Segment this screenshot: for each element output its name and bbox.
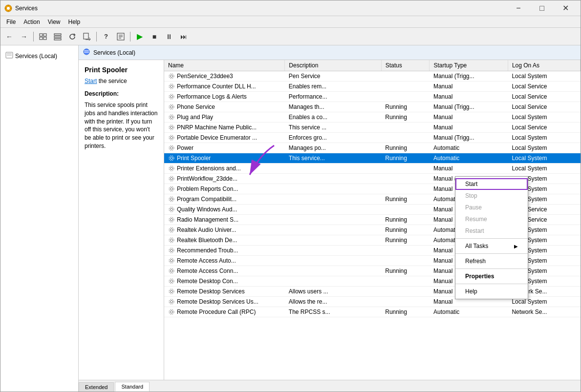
table-row[interactable]: Printer Extensions and... Manual Local S… xyxy=(164,164,581,174)
cell-desc xyxy=(285,215,381,225)
menu-action[interactable]: Action xyxy=(20,18,43,26)
table-row[interactable]: Power Manages po... Running Automatic Lo… xyxy=(164,143,581,153)
toolbar-help[interactable]: ? xyxy=(99,30,113,43)
menu-bar: File Action View Help xyxy=(0,16,581,28)
cell-name: Recommended Troub... xyxy=(164,246,285,256)
toolbar-refresh[interactable] xyxy=(65,30,79,43)
maximize-button[interactable]: □ xyxy=(531,1,553,16)
cell-desc xyxy=(285,184,381,194)
toolbar-sep1 xyxy=(33,32,34,41)
toolbar-up[interactable] xyxy=(36,30,50,43)
svg-point-61 xyxy=(171,260,173,262)
toolbar-list[interactable] xyxy=(51,30,65,43)
col-header-logon[interactable]: Log On As xyxy=(508,60,580,71)
context-menu-pause: Pause xyxy=(455,202,528,213)
cell-status xyxy=(381,287,430,297)
svg-point-34 xyxy=(169,115,174,120)
start-service-link[interactable]: Start xyxy=(85,78,97,84)
svg-rect-6 xyxy=(40,34,43,36)
cell-name: Performance Logs & Alerts xyxy=(164,92,285,102)
services-list-panel[interactable]: Name Description Status Startup Type Log… xyxy=(164,60,581,380)
col-header-desc[interactable]: Description xyxy=(285,60,381,71)
menu-view[interactable]: View xyxy=(44,18,65,26)
cell-name: Plug and Play xyxy=(164,112,285,123)
cell-name: Phone Service xyxy=(164,102,285,112)
menu-help[interactable]: Help xyxy=(65,18,85,26)
cell-desc xyxy=(285,205,381,215)
svg-point-46 xyxy=(169,176,174,181)
toolbar-stop[interactable]: ■ xyxy=(148,30,161,43)
services-local-icon xyxy=(5,51,13,61)
context-menu-refresh[interactable]: Refresh xyxy=(455,255,528,267)
service-title: Print Spooler xyxy=(85,66,158,74)
cell-desc: Allows users ... xyxy=(285,287,381,297)
cell-name: Printer Extensions and... xyxy=(164,164,285,174)
cell-name: Realtek Bluetooth De... xyxy=(164,235,285,246)
tab-standard[interactable]: Standard xyxy=(115,382,150,392)
context-menu-help[interactable]: Help xyxy=(455,286,528,297)
cell-status: Running xyxy=(381,194,430,205)
table-row[interactable]: Performance Logs & Alerts Performance...… xyxy=(164,92,581,102)
svg-point-32 xyxy=(169,104,174,109)
cell-desc xyxy=(285,174,381,184)
cell-startup: Manual (Trigg... xyxy=(430,102,508,112)
table-row[interactable]: PenService_23ddee3 Pen Service Manual (T… xyxy=(164,71,581,82)
table-row[interactable]: Plug and Play Enables a co... Running Ma… xyxy=(164,112,581,123)
close-button[interactable]: ✕ xyxy=(554,1,577,16)
context-menu-all-tasks[interactable]: All Tasks ▶ xyxy=(455,240,528,252)
cell-status xyxy=(381,92,430,102)
cell-status xyxy=(381,164,430,174)
cell-status xyxy=(381,184,430,194)
cell-startup: Automatic xyxy=(430,153,508,164)
svg-point-67 xyxy=(171,290,173,293)
toolbar-play[interactable]: ▶ xyxy=(133,30,147,43)
left-info-panel: Print Spooler Start the service Descript… xyxy=(79,60,164,380)
minimize-button[interactable]: − xyxy=(507,1,530,16)
title-bar-left: Services xyxy=(4,4,38,12)
sidebar-item-services-local[interactable]: Services (Local) xyxy=(2,49,76,62)
toolbar-export[interactable] xyxy=(80,30,94,43)
table-row[interactable]: Portable Device Enumerator ... Enforces … xyxy=(164,133,581,143)
toolbar-step[interactable]: ⏭ xyxy=(177,30,191,43)
svg-point-68 xyxy=(169,289,174,294)
cell-desc: Manages po... xyxy=(285,143,381,153)
svg-point-40 xyxy=(169,145,174,150)
context-menu-resume: Resume xyxy=(455,213,528,225)
context-menu-start[interactable]: Start xyxy=(455,178,528,190)
cell-logon: Local System xyxy=(508,153,580,164)
context-menu-sep1 xyxy=(455,238,528,239)
context-menu-properties[interactable]: Properties xyxy=(455,270,528,282)
svg-rect-9 xyxy=(43,37,46,40)
menu-file[interactable]: File xyxy=(2,18,20,26)
table-row[interactable]: Remote Procedure Call (RPC) The RPCSS s.… xyxy=(164,307,581,317)
panel-body: Print Spooler Start the service Descript… xyxy=(79,60,581,380)
cell-logon: Local System xyxy=(508,133,580,143)
cell-startup: Manual xyxy=(430,123,508,133)
svg-point-56 xyxy=(169,227,174,232)
table-row[interactable]: Phone Service Manages th... Running Manu… xyxy=(164,102,581,112)
table-row[interactable]: Performance Counter DLL H... Enables rem… xyxy=(164,82,581,92)
tab-extended[interactable]: Extended xyxy=(79,382,114,392)
context-menu-sep2 xyxy=(455,253,528,254)
toolbar-pause[interactable]: ⏸ xyxy=(162,30,176,43)
toolbar-back[interactable]: ← xyxy=(2,30,16,43)
svg-point-58 xyxy=(169,238,174,243)
svg-point-29 xyxy=(171,96,173,98)
context-menu-sep3 xyxy=(455,268,528,269)
col-header-status[interactable]: Status xyxy=(381,60,430,71)
title-bar: Services − □ ✕ xyxy=(0,0,581,16)
table-row[interactable]: Print Spooler This service... Running Au… xyxy=(164,153,581,164)
svg-point-52 xyxy=(169,207,174,212)
sidebar-item-label: Services (Local) xyxy=(15,53,57,60)
svg-rect-8 xyxy=(40,37,43,40)
cell-logon: Local Service xyxy=(508,102,580,112)
svg-point-47 xyxy=(171,188,173,190)
toolbar-properties[interactable] xyxy=(114,30,128,43)
col-header-startup[interactable]: Startup Type xyxy=(430,60,508,71)
toolbar-forward[interactable]: → xyxy=(17,30,31,43)
table-row[interactable]: PNRP Machine Name Public... This service… xyxy=(164,123,581,133)
cell-status xyxy=(381,276,430,287)
context-menu-stop: Stop xyxy=(455,190,528,202)
col-header-name[interactable]: Name xyxy=(164,60,285,71)
svg-point-62 xyxy=(169,258,174,263)
